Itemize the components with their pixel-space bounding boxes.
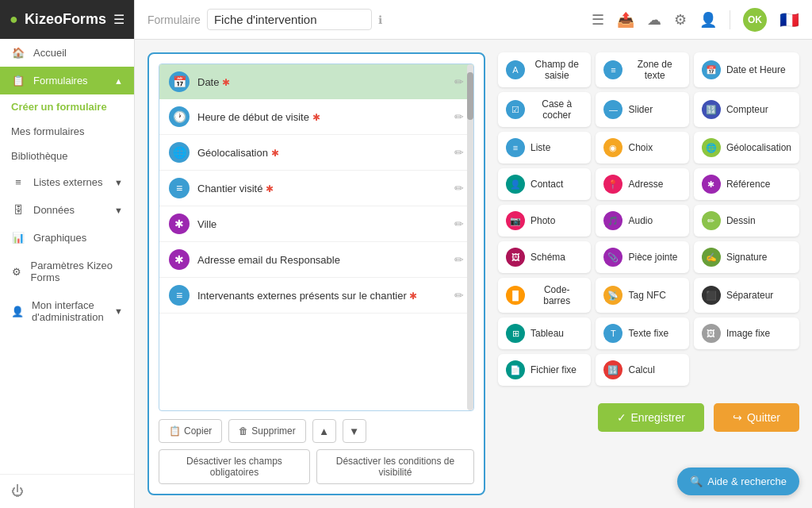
sidebar-label-creer: Créer un formulaire	[11, 101, 107, 113]
sidebar-item-admin[interactable]: 👤 Mon interface d'administration ▼	[0, 291, 134, 331]
move-down-button[interactable]: ▼	[343, 419, 366, 443]
chevron-down-icon2: ▼	[114, 206, 123, 215]
field-type-icon: ⬛	[702, 286, 721, 305]
sidebar-item-parametres[interactable]: ⚙ Paramètres Kizeo Forms	[0, 252, 134, 291]
quit-button[interactable]: ↪ Quitter	[714, 403, 799, 432]
field-item[interactable]: ≡ Intervenants externes présents sur le …	[159, 278, 473, 314]
field-type-label: Géolocalisation	[726, 142, 791, 153]
copy-icon: 📋	[169, 425, 181, 437]
field-type-icon: 👤	[506, 175, 525, 194]
field-type-button[interactable]: 📎 Pièce jointe	[596, 241, 688, 273]
field-type-button[interactable]: 🖼 Image fixe	[694, 318, 799, 349]
field-item[interactable]: ✱ Ville ✏	[159, 206, 473, 242]
bottom-bar: ✓ Enregistrer ↪ Quitter	[498, 403, 799, 432]
field-item[interactable]: ≡ Chantier visité ✱ ✏	[159, 171, 473, 206]
toggle-visibility-button[interactable]: Désactiver les conditions de visibilité	[316, 449, 474, 484]
field-type-button[interactable]: ≡ Liste	[498, 132, 591, 164]
language-flag[interactable]: 🇫🇷	[779, 10, 799, 29]
sidebar-item-graphiques[interactable]: 📊 Graphiques	[0, 224, 134, 252]
field-type-icon: —	[603, 100, 622, 119]
delete-button[interactable]: 🗑 Supprimer	[228, 419, 305, 443]
edit-icon[interactable]: ✏	[454, 75, 464, 88]
export-icon[interactable]: 📤	[617, 11, 634, 29]
right-panel: A Champ de saisie ≡ Zone de texte 📅 Date…	[498, 52, 799, 495]
field-type-button[interactable]: ☑ Case à cocher	[498, 92, 591, 127]
edit-icon[interactable]: ✏	[454, 110, 464, 123]
field-type-button[interactable]: 🖼 Schéma	[498, 241, 591, 273]
user-profile-icon[interactable]: 👤	[699, 11, 717, 29]
help-button[interactable]: 🔍 Aide & recherche	[677, 468, 799, 495]
form-name-input[interactable]	[207, 9, 372, 30]
field-type-button[interactable]: 👤 Contact	[498, 168, 591, 200]
field-type-button[interactable]: ▐▌ Code-barres	[498, 278, 591, 313]
edit-icon[interactable]: ✏	[454, 253, 464, 266]
sidebar-item-creer[interactable]: Créer un formulaire	[0, 94, 134, 119]
edit-icon[interactable]: ✏	[454, 146, 464, 159]
scroll-track[interactable]	[467, 64, 473, 410]
list-view-icon[interactable]: ☰	[592, 11, 604, 29]
sidebar-item-formulaires[interactable]: 📋 Formulaires ▲	[0, 67, 134, 94]
edit-icon[interactable]: ✏	[454, 289, 464, 302]
field-type-button[interactable]: 📅 Date et Heure	[694, 52, 799, 87]
power-icon[interactable]: ⏻	[11, 484, 24, 498]
field-type-button[interactable]: ⊞ Tableau	[498, 318, 591, 349]
field-type-button[interactable]: — Slider	[596, 92, 688, 127]
edit-icon[interactable]: ✏	[454, 217, 464, 230]
sidebar-label-parametres: Paramètres Kizeo Forms	[31, 260, 123, 283]
field-type-button[interactable]: 📍 Adresse	[596, 168, 688, 200]
field-item[interactable]: 📅 Date ✱ ✏	[159, 64, 473, 99]
edit-icon[interactable]: ✏	[454, 182, 464, 194]
field-type-button[interactable]: 🌐 Géolocalisation	[694, 132, 799, 164]
sidebar-item-accueil[interactable]: 🏠 Accueil	[0, 39, 134, 67]
field-type-button[interactable]: 📡 Tag NFC	[596, 278, 688, 313]
avatar[interactable]: OK	[743, 8, 767, 32]
field-item[interactable]: ✱ Adresse email du Responsable ✏	[159, 242, 473, 278]
field-type-button[interactable]: T Texte fixe	[596, 318, 688, 349]
field-type-button[interactable]: ✍ Signature	[694, 241, 799, 273]
field-type-button[interactable]: 📄 Fichier fixe	[498, 354, 591, 386]
field-type-label: Image fixe	[726, 328, 770, 339]
field-type-button[interactable]: ⬛ Séparateur	[694, 278, 799, 313]
sidebar-label-accueil: Accueil	[33, 47, 67, 59]
field-name-label: Date ✱	[197, 76, 446, 88]
field-type-button[interactable]: 🔢 Compteur	[694, 92, 799, 127]
field-type-button[interactable]: ◉ Choix	[596, 132, 688, 164]
field-type-button[interactable]: 📷 Photo	[498, 205, 591, 237]
sidebar-item-donnees[interactable]: 🗄 Données ▼	[0, 196, 134, 224]
save-button[interactable]: ✓ Enregistrer	[598, 403, 704, 432]
hamburger-icon[interactable]: ☰	[113, 12, 124, 27]
check-icon: ✓	[617, 411, 626, 424]
sidebar-item-bibliotheque[interactable]: Bibliothèque	[0, 144, 134, 168]
sidebar-footer: ⏻	[0, 474, 134, 508]
field-type-button[interactable]: ≡ Zone de texte	[596, 52, 688, 87]
field-type-icon: 🌐	[169, 142, 190, 163]
field-item[interactable]: 🌐 Géolocalisation ✱ ✏	[159, 135, 473, 171]
field-item[interactable]: 🕐 Heure de début de visite ✱ ✏	[159, 99, 473, 135]
field-type-icon: ≡	[169, 285, 190, 306]
chart-icon: 📊	[11, 232, 25, 244]
field-type-button[interactable]: ✱ Référence	[694, 168, 799, 200]
field-type-label: Liste	[530, 142, 550, 153]
field-type-button[interactable]: 🎵 Audio	[596, 205, 688, 237]
toggle-required-button[interactable]: Désactiver les champs obligatoires	[159, 449, 310, 484]
required-indicator: ✱	[266, 183, 274, 194]
info-icon[interactable]: ℹ	[378, 13, 382, 26]
upload-icon[interactable]: ☁	[647, 11, 661, 29]
sidebar-item-mes-formulaires[interactable]: Mes formulaires	[0, 119, 134, 144]
content-area: 📅 Date ✱ ✏ 🕐 Heure de début de visite ✱ …	[135, 40, 812, 508]
sidebar-label-formulaires: Formulaires	[33, 75, 88, 87]
form-label: Formulaire	[147, 13, 201, 26]
field-types-grid: A Champ de saisie ≡ Zone de texte 📅 Date…	[498, 52, 799, 386]
topbar: Formulaire ℹ ☰ 📤 ☁ ⚙ 👤 OK 🇫🇷	[135, 0, 812, 40]
field-item[interactable]: ✓ Point(s) à contrôler ✱ ✏	[159, 314, 473, 318]
move-up-button[interactable]: ▲	[312, 419, 336, 443]
gear-icon[interactable]: ⚙	[674, 11, 687, 29]
sidebar-item-listes[interactable]: ≡ Listes externes ▼	[0, 168, 134, 196]
field-type-button[interactable]: 🔢 Calcul	[596, 354, 688, 386]
trash-icon: 🗑	[239, 425, 248, 437]
field-type-label: Code-barres	[530, 284, 583, 306]
field-type-button[interactable]: ✏ Dessin	[694, 205, 799, 237]
scroll-thumb[interactable]	[467, 72, 473, 120]
field-type-button[interactable]: A Champ de saisie	[498, 52, 591, 87]
copy-button[interactable]: 📋 Copier	[159, 419, 222, 443]
